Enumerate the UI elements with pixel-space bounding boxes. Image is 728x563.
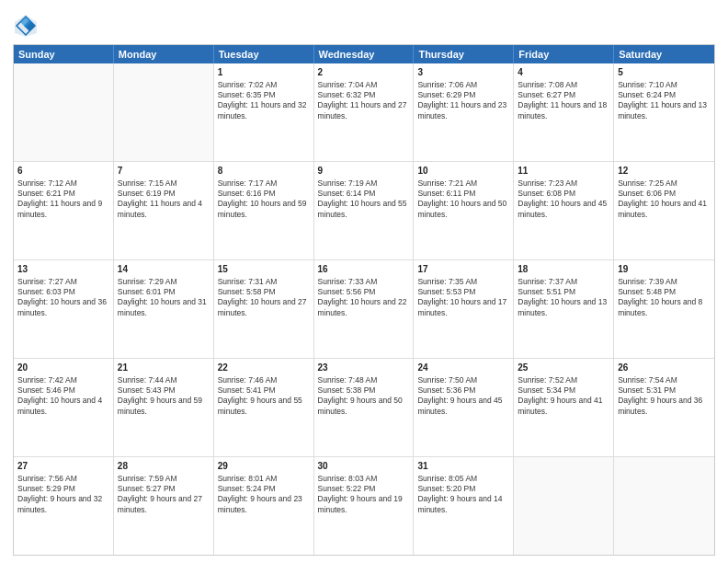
sunset-text: Sunset: 5:51 PM [518,287,575,296]
day-number: 21 [118,362,210,374]
day-cell-14: 14Sunrise: 7:29 AMSunset: 6:01 PMDayligh… [114,260,214,358]
sunset-text: Sunset: 6:08 PM [518,189,575,198]
day-number: 13 [17,263,109,276]
daylight-text: Daylight: 10 hours and 31 minutes. [118,297,207,316]
day-number: 18 [518,263,609,276]
sunrise-text: Sunrise: 7:23 AM [518,178,577,188]
daylight-text: Daylight: 10 hours and 59 minutes. [218,199,307,218]
day-number: 27 [17,460,109,473]
day-cell-23: 23Sunrise: 7:48 AMSunset: 5:38 PMDayligh… [314,359,415,456]
sunrise-text: Sunrise: 7:46 AM [218,375,278,385]
day-cell-4: 4Sunrise: 7:08 AMSunset: 6:27 PMDaylight… [514,63,614,161]
day-number: 8 [218,165,310,178]
day-cell-8: 8Sunrise: 7:17 AMSunset: 6:16 PMDaylight… [214,162,314,259]
sunrise-text: Sunrise: 7:39 AM [618,277,677,286]
day-number: 6 [17,165,109,178]
daylight-text: Daylight: 10 hours and 41 minutes. [618,199,707,218]
day-number: 10 [417,165,509,178]
header-day-saturday: Saturday [614,45,714,63]
day-cell-19: 19Sunrise: 7:39 AMSunset: 5:48 PMDayligh… [614,260,714,358]
calendar-header: SundayMondayTuesdayWednesdayThursdayFrid… [14,45,714,63]
sunset-text: Sunset: 5:24 PM [218,484,276,493]
sunrise-text: Sunrise: 7:10 AM [618,80,677,89]
day-cell-6: 6Sunrise: 7:12 AMSunset: 6:21 PMDaylight… [14,162,114,259]
day-number: 15 [218,263,310,276]
calendar-row-4: 27Sunrise: 7:56 AMSunset: 5:29 PMDayligh… [14,456,714,555]
sunset-text: Sunset: 6:27 PM [518,90,575,99]
sunrise-text: Sunrise: 7:54 AM [618,375,677,385]
day-cell-25: 25Sunrise: 7:52 AMSunset: 5:34 PMDayligh… [514,359,614,456]
sunset-text: Sunset: 5:38 PM [318,385,376,395]
logo-icon [13,13,39,39]
sunset-text: Sunset: 6:16 PM [218,189,276,198]
day-cell-26: 26Sunrise: 7:54 AMSunset: 5:31 PMDayligh… [614,359,714,456]
sunrise-text: Sunrise: 7:04 AM [318,80,378,89]
daylight-text: Daylight: 10 hours and 45 minutes. [518,199,607,218]
sunrise-text: Sunrise: 7:44 AM [118,375,177,385]
daylight-text: Daylight: 10 hours and 55 minutes. [318,199,407,218]
day-cell-31: 31Sunrise: 8:05 AMSunset: 5:20 PMDayligh… [414,457,514,555]
sunset-text: Sunset: 5:43 PM [118,385,176,395]
day-cell-11: 11Sunrise: 7:23 AMSunset: 6:08 PMDayligh… [514,162,614,259]
daylight-text: Daylight: 9 hours and 45 minutes. [417,396,502,415]
sunrise-text: Sunrise: 7:12 AM [17,178,77,188]
daylight-text: Daylight: 10 hours and 17 minutes. [417,297,506,316]
sunset-text: Sunset: 5:27 PM [118,484,176,493]
day-number: 28 [118,460,210,473]
daylight-text: Daylight: 11 hours and 4 minutes. [118,199,202,218]
daylight-text: Daylight: 11 hours and 32 minutes. [218,100,307,120]
sunrise-text: Sunrise: 7:50 AM [417,375,477,385]
daylight-text: Daylight: 9 hours and 55 minutes. [218,396,302,415]
day-cell-15: 15Sunrise: 7:31 AMSunset: 5:58 PMDayligh… [214,260,314,358]
day-number: 26 [618,362,711,374]
sunset-text: Sunset: 6:35 PM [218,90,276,99]
daylight-text: Daylight: 9 hours and 23 minutes. [218,494,302,513]
day-number: 31 [417,460,509,473]
sunset-text: Sunset: 5:46 PM [17,385,75,395]
sunrise-text: Sunrise: 7:59 AM [118,474,177,483]
daylight-text: Daylight: 10 hours and 8 minutes. [618,297,702,316]
day-number: 30 [318,460,410,473]
sunrise-text: Sunrise: 7:52 AM [518,375,577,385]
day-cell-16: 16Sunrise: 7:33 AMSunset: 5:56 PMDayligh… [314,260,415,358]
sunrise-text: Sunrise: 7:48 AM [318,375,378,385]
sunrise-text: Sunrise: 7:02 AM [218,80,278,89]
sunrise-text: Sunrise: 7:42 AM [17,375,77,385]
daylight-text: Daylight: 9 hours and 14 minutes. [417,494,502,513]
sunrise-text: Sunrise: 7:35 AM [417,277,477,286]
sunset-text: Sunset: 5:53 PM [417,287,475,296]
daylight-text: Daylight: 11 hours and 13 minutes. [618,100,707,120]
calendar: SundayMondayTuesdayWednesdayThursdayFrid… [13,44,715,556]
header-day-friday: Friday [514,45,614,63]
daylight-text: Daylight: 9 hours and 19 minutes. [318,494,403,513]
sunset-text: Sunset: 5:48 PM [618,287,676,296]
daylight-text: Daylight: 10 hours and 22 minutes. [318,297,407,316]
day-number: 29 [218,460,310,473]
daylight-text: Daylight: 10 hours and 27 minutes. [218,297,307,316]
day-cell-29: 29Sunrise: 8:01 AMSunset: 5:24 PMDayligh… [214,457,314,555]
sunset-text: Sunset: 6:21 PM [17,189,75,198]
sunrise-text: Sunrise: 7:56 AM [17,474,77,483]
day-number: 22 [218,362,310,374]
sunset-text: Sunset: 5:56 PM [318,287,376,296]
sunrise-text: Sunrise: 8:01 AM [218,474,278,483]
header-day-monday: Monday [114,45,214,63]
day-number: 14 [118,263,210,276]
page: SundayMondayTuesdayWednesdayThursdayFrid… [0,0,728,563]
sunset-text: Sunset: 6:32 PM [318,90,376,99]
header-day-tuesday: Tuesday [214,45,314,63]
day-cell-3: 3Sunrise: 7:06 AMSunset: 6:29 PMDaylight… [414,63,514,161]
sunset-text: Sunset: 6:03 PM [17,287,75,296]
day-number: 23 [318,362,410,374]
day-cell-1: 1Sunrise: 7:02 AMSunset: 6:35 PMDaylight… [214,63,314,161]
sunrise-text: Sunrise: 7:27 AM [17,277,77,286]
sunset-text: Sunset: 6:24 PM [618,90,676,99]
empty-cell [14,63,114,161]
sunset-text: Sunset: 6:29 PM [417,90,475,99]
day-cell-22: 22Sunrise: 7:46 AMSunset: 5:41 PMDayligh… [214,359,314,456]
day-cell-13: 13Sunrise: 7:27 AMSunset: 6:03 PMDayligh… [14,260,114,358]
day-number: 5 [618,66,711,79]
day-cell-18: 18Sunrise: 7:37 AMSunset: 5:51 PMDayligh… [514,260,614,358]
sunset-text: Sunset: 5:22 PM [318,484,376,493]
header-day-wednesday: Wednesday [314,45,415,63]
